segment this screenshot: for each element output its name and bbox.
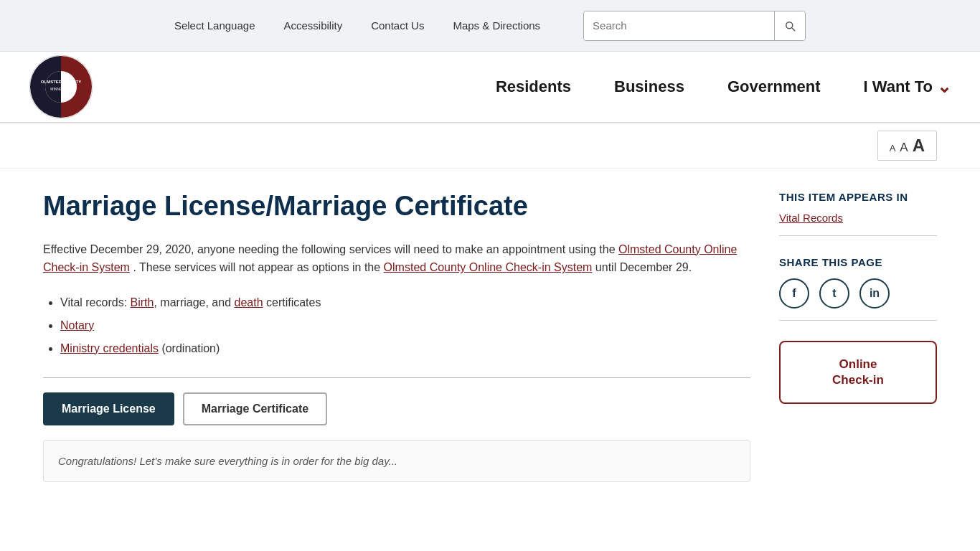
tab-content-box: Congratulations! Let’s make sure everyth… [43,440,750,482]
birth-link[interactable]: Birth [131,296,154,309]
accessibility-link[interactable]: Accessibility [284,19,343,32]
sidebar-this-item: THIS ITEM APPEARS IN Vital Records [779,190,937,236]
checkin-link-2[interactable]: Olmsted County Online Check-in System [384,261,593,273]
online-checkin-title: OnlineCheck-in [788,357,928,388]
sidebar-share: SHARE THIS PAGE f t in [779,256,937,321]
logo-svg: OLMSTED COUNTY MINNESOTA [29,55,93,119]
main-content: Marriage License/Marriage Certificate Ef… [0,169,980,511]
linkedin-icon[interactable]: in [859,278,890,309]
font-large-button[interactable]: A [913,136,925,156]
facebook-icon[interactable]: f [779,278,809,309]
ministry-link[interactable]: Ministry credentials [60,342,159,354]
search-input[interactable] [584,11,774,40]
list-item-ministry: Ministry credentials (ordination) [60,337,750,360]
page-title: Marriage License/Marriage Certificate [43,190,750,223]
death-link[interactable]: death [235,296,263,309]
tab-marriage-certificate[interactable]: Marriage Certificate [183,392,327,425]
notary-link[interactable]: Notary [60,319,94,331]
maps-directions-link[interactable]: Maps & Directions [453,19,540,32]
nav-government[interactable]: Government [727,77,821,96]
search-button[interactable] [775,11,805,40]
this-item-heading: THIS ITEM APPEARS IN [779,190,937,204]
nav-business[interactable]: Business [614,77,684,96]
contact-us-link[interactable]: Contact Us [371,19,424,32]
svg-text:OLMSTED COUNTY: OLMSTED COUNTY [41,80,81,84]
search-icon [783,19,796,32]
intro-text-2: . These services will not appear as opti… [133,261,380,273]
tab-divider [43,377,750,378]
font-size-controls: A A A [877,131,937,161]
font-medium-button[interactable]: A [900,141,908,155]
sidebar: THIS ITEM APPEARS IN Vital Records SHARE… [779,190,937,482]
intro-paragraph: Effective December 29, 2020, anyone need… [43,240,750,277]
top-bar: Select Language Accessibility Contact Us… [0,0,980,52]
online-checkin-box[interactable]: OnlineCheck-in [779,341,937,404]
logo-area: OLMSTED COUNTY MINNESOTA [29,55,93,119]
social-icons: f t in [779,278,937,309]
tabs: Marriage License Marriage Certificate [43,392,750,425]
intro-text-1: Effective December 29, 2020, anyone need… [43,243,616,255]
font-size-bar: A A A [0,123,980,169]
share-heading: SHARE THIS PAGE [779,256,937,268]
vital-records-link[interactable]: Vital Records [779,212,937,224]
services-list: Vital records: Birth, marriage, and deat… [60,291,750,360]
nav-residents[interactable]: Residents [496,77,571,96]
chevron-down-icon: ⌄ [937,77,951,97]
tab-content-placeholder: Congratulations! Let’s make sure everyth… [58,455,397,467]
search-wrapper [583,11,806,41]
content-area: Marriage License/Marriage Certificate Ef… [43,190,750,482]
logo[interactable]: OLMSTED COUNTY MINNESOTA [29,55,93,119]
sidebar-divider-1 [779,235,937,236]
list-item-notary: Notary [60,314,750,337]
nav-i-want-to[interactable]: I Want To ⌄ [863,77,951,97]
twitter-icon[interactable]: t [819,278,849,309]
svg-text:MINNESOTA: MINNESOTA [50,87,72,91]
nav-links: Residents Business Government I Want To … [496,77,951,97]
font-small-button[interactable]: A [890,143,896,154]
sidebar-divider-2 [779,320,937,321]
tab-marriage-license[interactable]: Marriage License [43,392,174,425]
select-language-link[interactable]: Select Language [174,19,255,32]
nav-bar: OLMSTED COUNTY MINNESOTA Residents Busin… [0,52,980,123]
intro-text-3: until December 29. [595,261,692,273]
list-item-vital: Vital records: Birth, marriage, and deat… [60,291,750,314]
